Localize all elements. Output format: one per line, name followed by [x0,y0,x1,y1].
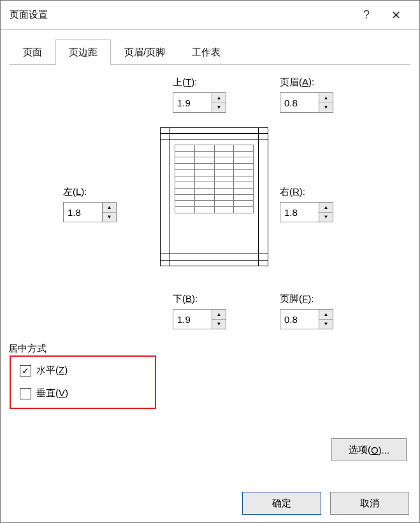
tab-sheet[interactable]: 工作表 [178,39,234,65]
center-vertical-checkbox[interactable] [20,388,31,399]
margin-left-down-icon[interactable]: ▼ [103,213,116,222]
margin-left-up-icon[interactable]: ▲ [103,203,116,213]
preview-grid-icon [175,145,254,213]
margin-bottom-spinner: ▲ ▼ [173,309,226,329]
center-horizontal-row[interactable]: ✓ 水平(Z) [20,364,68,376]
margin-left-input[interactable] [64,203,102,222]
margin-right-spinner: ▲ ▼ [280,202,333,222]
tab-margins[interactable]: 页边距 [55,39,111,65]
margin-top-up-icon[interactable]: ▲ [212,93,226,103]
center-vertical-label: 垂直(V) [36,387,68,399]
titlebar: 页面设置 ? ✕ [1,1,419,30]
margin-top-label: 上(T): [173,76,226,89]
margin-bottom-input[interactable] [173,310,212,329]
margin-footer-up-icon[interactable]: ▲ [319,310,333,320]
page-preview [160,127,268,266]
margin-header-up-icon[interactable]: ▲ [319,93,333,103]
margin-right-down-icon[interactable]: ▼ [319,213,333,222]
margin-right-group: 右(R): ▲ ▼ [280,186,333,222]
margin-footer-down-icon[interactable]: ▼ [319,320,333,329]
center-vertical-row[interactable]: 垂直(V) [20,387,68,399]
cancel-button[interactable]: 取消 [330,492,409,515]
margin-footer-spinner: ▲ ▼ [280,309,333,329]
tab-header-footer[interactable]: 页眉/页脚 [111,39,178,65]
page-setup-dialog: 页面设置 ? ✕ 页面 页边距 页眉/页脚 工作表 上(T): ▲ ▼ 页 [0,0,420,523]
margin-bottom-down-icon[interactable]: ▼ [212,320,226,329]
margin-header-label: 页眉(A): [280,76,333,89]
center-horizontal-checkbox[interactable]: ✓ [20,365,31,376]
dialog-footer: 确定 取消 [1,484,419,522]
tabstrip: 页面 页边距 页眉/页脚 工作表 [10,39,410,65]
margin-footer-group: 页脚(F): ▲ ▼ [280,293,333,329]
margin-right-label: 右(R): [280,186,333,198]
margin-top-group: 上(T): ▲ ▼ [173,76,226,113]
margin-left-label: 左(L): [63,186,117,198]
center-legend: 居中方式 [8,343,47,355]
margin-top-down-icon[interactable]: ▼ [212,103,226,113]
tab-page[interactable]: 页面 [10,39,55,65]
help-button[interactable]: ? [352,8,381,22]
ok-button[interactable]: 确定 [242,492,321,515]
margin-right-input[interactable] [280,203,319,222]
tab-content: 上(T): ▲ ▼ 页眉(A): ▲ ▼ [1,65,419,492]
margin-right-up-icon[interactable]: ▲ [319,203,333,213]
margin-bottom-label: 下(B): [173,293,226,305]
close-button[interactable]: ✕ [381,8,410,22]
checkmark-icon: ✓ [22,366,29,375]
margin-left-spinner: ▲ ▼ [63,202,117,222]
dialog-title: 页面设置 [10,9,352,21]
margin-bottom-group: 下(B): ▲ ▼ [173,293,226,329]
margin-footer-input[interactable] [280,310,319,329]
margin-top-spinner: ▲ ▼ [173,92,226,113]
margin-left-group: 左(L): ▲ ▼ [63,186,117,222]
margin-header-spinner: ▲ ▼ [280,92,333,113]
margin-top-input[interactable] [173,93,212,112]
margin-header-group: 页眉(A): ▲ ▼ [280,76,333,113]
margin-header-input[interactable] [280,93,319,112]
highlight-annotation [10,355,156,409]
options-button[interactable]: 选项(O)... [331,438,407,461]
margin-header-down-icon[interactable]: ▼ [319,103,333,113]
margin-bottom-up-icon[interactable]: ▲ [212,310,226,320]
center-horizontal-label: 水平(Z) [36,364,68,376]
margin-footer-label: 页脚(F): [280,293,333,305]
